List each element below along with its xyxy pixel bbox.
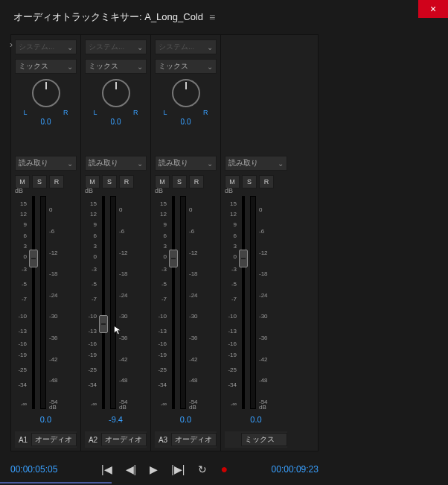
system-dropdown[interactable]: システム...⌄	[85, 39, 147, 54]
loop-button[interactable]: ↻	[198, 463, 207, 475]
track-name[interactable]: オーディオ	[101, 433, 147, 446]
pan-value[interactable]: 0.0	[111, 118, 121, 126]
level-meter	[180, 196, 188, 409]
slider-thumb[interactable]	[169, 250, 178, 267]
output-dropdown[interactable]: ミックス⌄	[15, 59, 77, 74]
msr-buttons: M S R	[85, 175, 147, 188]
level-meter	[250, 196, 257, 409]
track-name[interactable]: オーディオ	[171, 433, 217, 446]
automation-dropdown[interactable]: 読み取り⌄	[225, 156, 287, 171]
record-enable-button[interactable]: R	[119, 175, 134, 188]
record-enable-button[interactable]: R	[49, 175, 64, 188]
pan-knob-zone: LR 0.0	[155, 78, 217, 126]
pan-value[interactable]: 0.0	[41, 118, 51, 126]
scale-left: dB15129630-3-5-7-10-13-16-19-25-34-∞	[225, 196, 238, 409]
slider-thumb[interactable]	[239, 250, 248, 267]
automation-dropdown[interactable]: 読み取り⌄	[155, 156, 217, 171]
mixer-window: × オーディオトラックミキサー: A_Long_Cold ≡ › システム...…	[0, 0, 448, 485]
record-button[interactable]: ●	[220, 463, 228, 476]
timecode-left[interactable]: 00:00:05:05	[10, 464, 57, 475]
scale-left: dB15129630-3-5-7-10-13-16-19-25-34-∞	[85, 196, 98, 409]
pan-l-label: L	[164, 109, 167, 116]
track-id: A3	[155, 436, 171, 444]
output-dropdown[interactable]: ミックス⌄	[85, 59, 147, 74]
pan-knob-zone: LR 0.0	[85, 78, 147, 126]
volume-value[interactable]: -9.4	[85, 415, 147, 424]
output-dropdown[interactable]: ミックス⌄	[155, 59, 217, 74]
scale-right: 0-6-12-18-24-30-36-42-48-54dB	[257, 196, 272, 409]
scale-right: 0-6-12-18-24-30-36-42-48-54dB	[188, 196, 202, 409]
pan-knob[interactable]	[172, 79, 200, 107]
step-forward-button[interactable]: |▶|	[171, 463, 185, 475]
automation-dropdown[interactable]: 読み取り⌄	[85, 156, 147, 171]
record-enable-button[interactable]: R	[259, 175, 274, 188]
volume-value[interactable]: 0.0	[155, 415, 217, 424]
timeline-bar[interactable]	[0, 482, 448, 484]
play-button[interactable]: ▶	[150, 463, 158, 475]
track-id: A1	[15, 436, 31, 444]
msr-buttons: M S R	[15, 175, 77, 188]
track-name[interactable]: ミックス	[241, 433, 287, 446]
timecode-right: 00:00:09:23	[272, 464, 319, 475]
fader-zone: dB15129630-3-5-7-10-13-16-19-25-34-∞ 0-6…	[225, 193, 287, 409]
scale-left: dB15129630-3-5-7-10-13-16-19-25-34-∞	[15, 196, 28, 409]
track-label-row: ミックス	[225, 431, 287, 448]
panel-title: オーディオトラックミキサー: A_Long_Cold	[13, 10, 203, 24]
pan-l-label: L	[94, 109, 97, 116]
solo-button[interactable]: S	[242, 175, 257, 188]
fader-zone: dB15129630-3-5-7-10-13-16-19-25-34-∞ 0-6…	[85, 193, 147, 409]
pan-l-label: L	[24, 109, 28, 116]
msr-buttons: M S R	[155, 175, 217, 188]
fader-zone: dB15129630-3-5-7-10-13-16-19-25-34-∞ 0-6…	[15, 193, 77, 409]
track-label-row: A2 オーディオ	[85, 431, 147, 448]
volume-value[interactable]: 0.0	[15, 415, 77, 424]
slider-thumb[interactable]	[29, 250, 38, 267]
pan-r-label: R	[133, 109, 138, 116]
level-meter	[40, 196, 48, 409]
fader-zone: dB15129630-3-5-7-10-13-16-19-25-34-∞ 0-6…	[155, 193, 217, 409]
volume-slider[interactable]	[238, 196, 249, 409]
mixer-area: › システム...⌄ ミックス⌄ LR 0.0 読み取り⌄ M S R dB15…	[10, 34, 319, 451]
go-to-start-button[interactable]: |◀	[101, 463, 112, 475]
level-meter	[110, 196, 118, 409]
close-button[interactable]: ×	[418, 0, 448, 18]
pan-value[interactable]: 0.0	[181, 118, 191, 126]
automation-dropdown[interactable]: 読み取り⌄	[15, 156, 77, 171]
pan-knob-zone: LR 0.0	[15, 78, 77, 126]
slider-thumb[interactable]	[99, 315, 108, 333]
track-column-A1: システム...⌄ ミックス⌄ LR 0.0 読み取り⌄ M S R dB1512…	[11, 35, 81, 451]
transport-bar: 00:00:05:05 |◀ ◀| ▶ |▶| ↻ ● 00:00:09:23	[10, 458, 319, 476]
record-enable-button[interactable]: R	[189, 175, 204, 188]
scale-left: dB15129630-3-5-7-10-13-16-19-25-34-∞	[155, 196, 168, 409]
volume-slider[interactable]	[28, 196, 39, 409]
pan-knob[interactable]	[102, 79, 130, 107]
title-bar: ×	[418, 0, 448, 18]
track-id: A2	[85, 436, 101, 444]
pan-r-label: R	[63, 109, 68, 116]
volume-value[interactable]: 0.0	[225, 415, 287, 424]
solo-button[interactable]: S	[172, 175, 187, 188]
track-label-row: A3 オーディオ	[155, 431, 217, 448]
track-column-A3: システム...⌄ ミックス⌄ LR 0.0 読み取り⌄ M S R dB1512…	[151, 35, 221, 451]
track-column-mix: 読み取り⌄ M S R dB15129630-3-5-7-10-13-16-19…	[221, 35, 291, 451]
msr-buttons: M S R	[225, 175, 287, 188]
scale-right: 0-6-12-18-24-30-36-42-48-54dB	[118, 196, 132, 409]
track-column-A2: システム...⌄ ミックス⌄ LR 0.0 読み取り⌄ M S R dB1512…	[81, 35, 151, 451]
solo-button[interactable]: S	[32, 175, 47, 188]
panel-menu-icon[interactable]: ≡	[209, 11, 215, 23]
system-dropdown[interactable]: システム...⌄	[15, 39, 77, 54]
system-dropdown[interactable]: システム...⌄	[155, 39, 217, 54]
side-toggle-icon[interactable]: ›	[10, 39, 13, 50]
scale-right: 0-6-12-18-24-30-36-42-48-54dB	[48, 196, 63, 409]
solo-button[interactable]: S	[102, 175, 117, 188]
pan-r-label: R	[203, 109, 208, 116]
track-name[interactable]: オーディオ	[31, 433, 77, 446]
transport-buttons: |◀ ◀| ▶ |▶| ↻ ●	[101, 463, 228, 476]
track-label-row: A1 オーディオ	[15, 431, 77, 448]
volume-slider[interactable]	[98, 196, 109, 409]
volume-slider[interactable]	[168, 196, 179, 409]
step-back-button[interactable]: ◀|	[126, 463, 137, 475]
panel-title-row: オーディオトラックミキサー: A_Long_Cold ≡	[0, 0, 448, 30]
pan-knob[interactable]	[32, 79, 60, 107]
